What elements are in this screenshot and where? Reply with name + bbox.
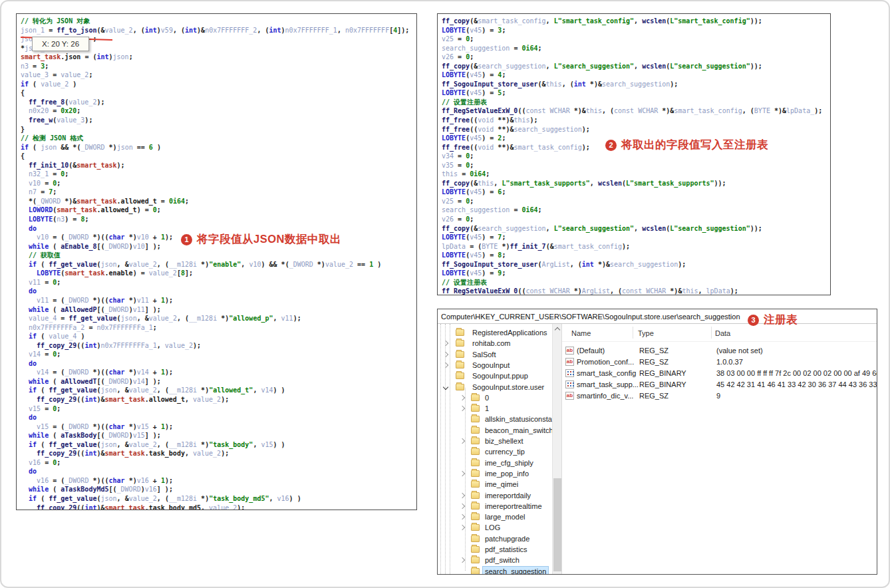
code-line: v34 = 0; [442,152,830,161]
chevron-collapsed-icon[interactable] [443,363,448,368]
tree-item-label[interactable]: 1 [483,404,491,413]
folder-icon [456,351,464,358]
code-line: ff_copy(&this, L"smart_task_supports", w… [442,179,830,188]
registry-tree: RegisteredApplicationsrohitab.comSalSoft… [438,324,561,574]
code-line: free_w(value_3); [21,116,416,125]
code-line: do [21,224,416,233]
code-line: n32_1 = 0; [21,170,416,179]
value-data: (value not set) [716,347,763,355]
reg-binary-icon [565,380,574,388]
value-row-smart_task_config[interactable]: smart_task_configREG_BINARY38 03 00 00 f… [562,368,877,379]
tree-item-label[interactable]: biz_shellext [483,436,525,446]
tree-item-label[interactable]: large_model [483,512,527,521]
value-row-Promotion_conf...[interactable]: Promotion_conf...REG_SZ1.0.0.37 [562,357,877,368]
code-line: { [21,88,416,98]
code-line: LOBYTE(v45) = 8; [442,251,830,260]
value-name: smartinfo_dic_v... [577,392,633,400]
chevron-collapsed-icon[interactable] [460,492,465,498]
header-underline [562,341,877,342]
chevron-collapsed-icon[interactable] [443,351,448,357]
code-line: while ( aTaskBodyMd5[(_DWORD)v16] ); [21,485,416,494]
tree-item-label[interactable]: 0 [483,393,491,402]
code-line: while ( aAllowedT[(_DWORD)v14] ); [21,377,416,386]
chevron-collapsed-icon[interactable] [460,471,465,476]
code-line: ff_copy(&search_suggestion, L"search_sug… [442,62,830,71]
tree-item-label[interactable]: ime_pop_info [483,469,531,478]
registry-editor-panel: Computer\HKEY_CURRENT_USER\SOFTWARE\Sogo… [437,309,877,575]
code-line: if ( json && *(_DWORD *)json == 6 ) [21,143,416,152]
chevron-expanded-icon[interactable] [443,384,448,389]
tree-item-label[interactable]: beacon_main_switch [483,426,555,435]
folder-icon [471,535,480,542]
tree-item-label[interactable]: search_suggestion [483,567,548,574]
code-line: value_3 = value_2; [21,71,416,80]
tree-item-label[interactable]: pdf_switch [483,555,521,565]
folder-icon [471,503,480,510]
column-header-data[interactable]: Data [715,329,730,337]
tree-item-label[interactable]: SogouInput.store.user [470,382,546,392]
code-line: smart_task.json = (int)json; [21,53,416,62]
folder-icon [471,394,480,401]
code-line: ff_RegSetValueExW_0((const WCHAR *)&this… [442,106,830,116]
code-line: v25 = 0; [442,197,830,206]
value-row-smartinfo_dic_v...[interactable]: smartinfo_dic_v...REG_SZ9 [562,391,877,402]
tree-item-label[interactable]: imereportrealtime [483,502,544,511]
reg-binary-icon [565,369,574,377]
chevron-collapsed-icon[interactable] [460,504,465,509]
tree-scrollbar[interactable] [552,324,561,574]
chevron-collapsed-icon[interactable] [460,406,465,411]
registry-address-bar[interactable]: Computer\HKEY_CURRENT_USER\SOFTWARE\Sogo… [438,309,877,324]
tree-item-label[interactable]: RegisteredApplications [470,328,549,337]
code-line: lpData = (BYTE *)ff_init_7(&smart_task_c… [442,242,830,251]
code-line: v11 = 0; [21,278,416,287]
code-line: v10 = 0; [21,179,416,188]
folder-icon [471,524,480,531]
chevron-collapsed-icon[interactable] [460,395,465,400]
code-line: v14 = (_DWORD *)((char *)v14 + 1); [21,368,416,377]
value-row-(Default)[interactable]: (Default)REG_SZ(value not set) [562,346,877,357]
code-line: LOBYTE(v45) = 9; [442,269,830,278]
tree-item-label[interactable]: SalSoft [470,350,498,359]
code-line: search_suggestion = 0i64; [442,44,830,53]
code-line: LOBYTE(v45) = 7; [442,233,830,242]
tree-item-label[interactable]: currency_tip [483,447,527,456]
tree-item-label[interactable]: LOG [483,523,502,532]
column-header-name[interactable]: Name [571,329,591,337]
code-line: ff_RegSetValueExW_0((const WCHAR *)ArgLi… [442,287,830,295]
folder-icon [471,427,480,434]
tree-item-label[interactable]: patchupgrade [483,534,531,543]
tree-item-label[interactable]: rohitab.com [470,339,512,348]
code-line: n0x20 = 0x20; [21,106,416,116]
value-type: REG_SZ [639,358,668,366]
chevron-collapsed-icon[interactable] [460,438,465,444]
tree-item-label[interactable]: allskin_statusiconstatis [483,414,561,424]
scrollbar-up-arrow-icon[interactable] [555,327,560,333]
column-header-type[interactable]: Type [638,329,654,337]
code-line: v25 = 0; [442,35,830,44]
code-line: LOBYTE(smart_task.enable) = value_2[8]; [21,269,416,278]
chevron-collapsed-icon[interactable] [460,514,465,519]
tree-item-label[interactable]: pdf_statistics [483,545,529,554]
code-line: LOWORD(smart_task.allowed_t) = 0; [21,206,416,215]
tree-item-label[interactable]: imereportdaily [483,491,533,500]
code-line: do [21,413,416,422]
code-line: LOBYTE(v45) = 2; [442,134,830,143]
value-name: Promotion_conf... [577,358,634,366]
value-data: 1.0.0.37 [716,358,743,366]
code-line: ff_free((void **)&search_suggestion); [442,125,830,134]
folder-icon [471,448,480,455]
value-name: smart_task_config [577,369,636,377]
tree-item-label[interactable]: SogouInput.ppup [470,371,530,380]
tree-item-label[interactable]: ime_cfg_shiply [483,458,535,468]
code-line: LOBYTE(v45) = 6; [442,188,830,197]
tree-item-label[interactable]: SogouInput [470,361,512,370]
tree-item-label[interactable]: ime_qimei [483,480,520,489]
code-line: ff_SogouInput_store_user(&this, (int *)&… [442,80,830,89]
chevron-collapsed-icon[interactable] [443,341,448,346]
chevron-collapsed-icon[interactable] [460,557,465,563]
code-line: ff_SogouInput_store_user(ArgList, (int *… [442,260,830,269]
code-line: ff_init_10(&smart_task); [21,161,416,170]
scrollbar-thumb[interactable] [553,478,561,571]
value-row-smart_task_supp...[interactable]: smart_task_supp...REG_BINARY45 42 42 31 … [562,380,877,390]
chevron-collapsed-icon[interactable] [460,525,465,530]
